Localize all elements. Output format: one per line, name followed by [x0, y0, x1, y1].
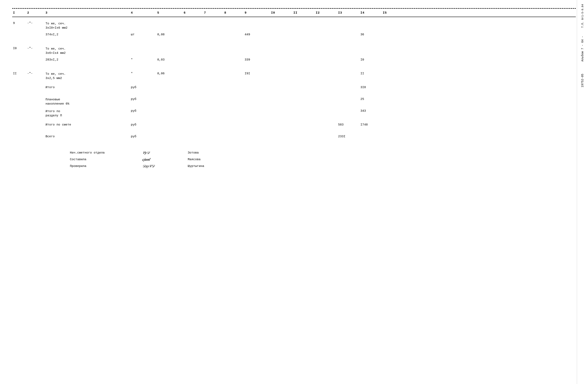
row-c6	[183, 109, 203, 110]
row-c11	[293, 58, 315, 59]
row-c7	[203, 85, 224, 86]
table-row: Плановые накопления 6% руб 25	[12, 97, 576, 107]
row-num: II	[12, 71, 26, 76]
row-c8	[224, 33, 244, 33]
row-c6	[183, 97, 203, 98]
col-header-4: 4	[130, 11, 156, 15]
sidebar-text-1: Т.П. 8г1-5-9.84	[581, 4, 584, 28]
row-unit: руб	[130, 134, 156, 139]
row-qty	[244, 109, 270, 110]
col-header-1: I	[12, 11, 26, 15]
table-row: 9 -"- То же, сеч. 3хI0+Iх6 мм2	[12, 21, 576, 31]
row-mark: -"-	[26, 71, 45, 76]
col-header-5: 5	[156, 11, 183, 15]
row-c6	[183, 71, 203, 72]
row-price	[156, 46, 183, 47]
row-total	[360, 134, 382, 135]
col-header-15: I5	[382, 11, 402, 15]
sig-label-3: Проверила	[69, 164, 138, 168]
signature-row-1: Нач.сметного отдела 𝒞𝒚𝒟 Зотова	[69, 151, 576, 155]
row-qty	[244, 97, 270, 98]
row-c12	[315, 71, 337, 72]
row-c13: 233I	[337, 134, 360, 139]
row-c12	[315, 85, 337, 86]
sidebar-text-3: 19752-05	[581, 74, 584, 87]
row-c12	[315, 97, 337, 98]
row-c7	[203, 58, 224, 59]
row-qty	[244, 46, 270, 47]
signature-row-2: Составила 𝒄𝒋𝒖𝒏𝒍 Маясова	[69, 157, 576, 162]
row-total: II	[360, 71, 382, 76]
row-c10	[270, 71, 293, 72]
row-c8	[224, 58, 244, 59]
top-border	[12, 8, 576, 9]
row-desc: Плановые накопления 6%	[45, 97, 130, 106]
col-header-8: 8	[224, 11, 244, 15]
row-unit: руб	[130, 123, 156, 127]
table-row: I0 -"- То же, сеч. 3х6+Iх4 мм2	[12, 46, 576, 57]
table-row: II -"- То же, сеч. 3х2,5 мм2 " 0,06 I9I …	[12, 71, 576, 82]
col-header-6: 6	[183, 11, 203, 15]
row-c15	[382, 46, 402, 47]
row-c12	[315, 134, 337, 135]
row-c10	[270, 58, 293, 59]
row-total	[360, 46, 382, 47]
row-c15	[382, 134, 402, 135]
table-row: Итого по разделу П руб 343	[12, 109, 576, 119]
row-c11	[293, 71, 315, 72]
row-c8	[224, 134, 244, 135]
row-c15	[382, 85, 402, 86]
row-c6	[183, 85, 203, 86]
row-c11	[293, 21, 315, 22]
row-price	[156, 97, 183, 98]
row-unit: шт	[130, 33, 156, 37]
row-c10	[270, 134, 293, 135]
row-c13: 583	[337, 123, 360, 127]
row-total	[360, 21, 382, 22]
row-c8	[224, 46, 244, 47]
sig-label-1: Нач.сметного отдела	[69, 151, 138, 155]
row-num	[12, 97, 26, 98]
row-num	[12, 123, 26, 123]
row-price	[156, 123, 183, 123]
row-c6	[183, 123, 203, 123]
row-mark	[26, 97, 45, 98]
row-num: I0	[12, 46, 26, 51]
row-unit: руб	[130, 97, 156, 101]
column-headers: I 2 3 4 5 6 7 8 9 I0 II I2 I3 I4 I5	[12, 11, 576, 17]
row-c15	[382, 97, 402, 98]
col-header-9: 9	[244, 11, 270, 15]
table-content: 9 -"- То же, сеч. 3хI0+Iх6 мм2 374хI,2 ш…	[12, 21, 576, 168]
row-desc: То же, сеч. 3х6+Iх4 мм2	[45, 46, 130, 56]
row-price: 0,06	[156, 71, 183, 76]
row-total: 343	[360, 109, 382, 113]
sig-name-1: Зотова	[187, 151, 200, 155]
row-num	[12, 134, 26, 135]
row-c13	[337, 46, 360, 47]
row-c13	[337, 85, 360, 86]
row-c15	[382, 109, 402, 110]
table-row: Итого руб 3I8	[12, 85, 576, 95]
row-c10	[270, 33, 293, 33]
row-c6	[183, 134, 203, 135]
row-num: 9	[12, 21, 26, 25]
row-c6	[183, 21, 203, 22]
row-c10	[270, 21, 293, 22]
row-price	[156, 85, 183, 86]
row-c11	[293, 46, 315, 47]
signatures-section: Нач.сметного отдела 𝒞𝒚𝒟 Зотова Составила…	[12, 151, 576, 168]
row-c11	[293, 109, 315, 110]
row-c13	[337, 21, 360, 22]
row-c13	[337, 58, 360, 59]
row-c8	[224, 109, 244, 110]
row-mark	[26, 33, 45, 33]
row-num	[12, 85, 26, 86]
table-row: Всего руб 233I	[12, 134, 576, 144]
row-c7	[203, 33, 224, 33]
col-header-12: I2	[315, 11, 337, 15]
row-c15	[382, 33, 402, 33]
row-num	[12, 33, 26, 33]
row-c7	[203, 123, 224, 123]
row-c7	[203, 71, 224, 72]
row-c6	[183, 58, 203, 59]
